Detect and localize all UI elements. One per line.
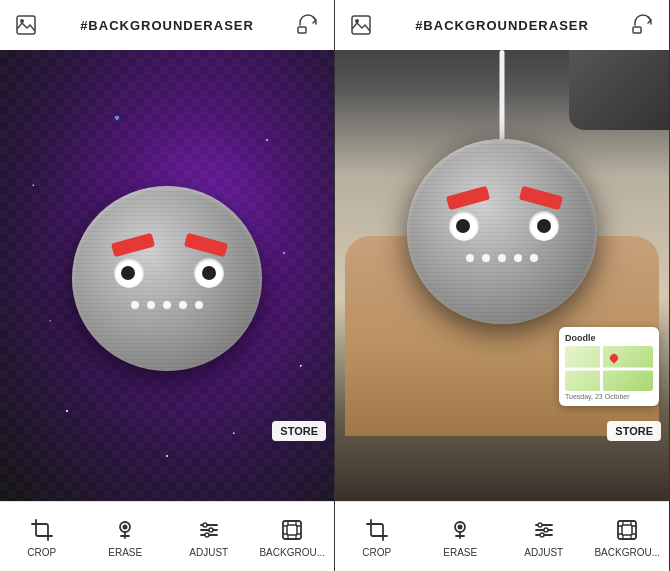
- svg-rect-2: [298, 27, 306, 33]
- right-speaker-dots: [466, 254, 538, 262]
- svg-point-4: [123, 524, 128, 529]
- right-dot-1: [466, 254, 474, 262]
- right-dot-5: [530, 254, 538, 262]
- erase-icon: [111, 516, 139, 544]
- left-adjust-label: ADJUST: [189, 547, 228, 558]
- right-toolbar: CROP ERASE: [335, 501, 669, 571]
- right-image-area: Doodle Tuesday, 23 October STORE: [335, 50, 669, 501]
- right-image-icon[interactable]: [347, 11, 375, 39]
- dot-1: [131, 301, 139, 309]
- crop-icon: [28, 516, 56, 544]
- left-tool-crop[interactable]: CROP: [0, 516, 84, 558]
- right-speaker-body: [407, 139, 597, 324]
- right-background-label: BACKGROU...: [594, 547, 660, 558]
- right-speaker: [402, 139, 602, 339]
- left-crop-label: CROP: [27, 547, 56, 558]
- map-image: [565, 346, 653, 391]
- map-tooltip: Doodle Tuesday, 23 October: [559, 327, 659, 406]
- svg-rect-15: [633, 27, 641, 33]
- right-app-title: #BACKGROUNDERASER: [415, 18, 589, 33]
- right-tool-erase[interactable]: ERASE: [419, 516, 503, 558]
- svg-rect-25: [622, 525, 632, 535]
- dot-5: [195, 301, 203, 309]
- svg-rect-11: [283, 521, 301, 539]
- right-panel: #BACKGROUNDERASER: [335, 0, 670, 571]
- svg-rect-24: [618, 521, 636, 539]
- right-eye-left: [449, 211, 479, 241]
- svg-point-8: [203, 523, 207, 527]
- right-pupil-right: [537, 219, 551, 233]
- right-share-icon[interactable]: [629, 11, 657, 39]
- eye-right: [194, 258, 224, 288]
- svg-point-10: [205, 533, 209, 537]
- cable: [500, 50, 505, 140]
- left-panel: #BACKGROUNDERASER: [0, 0, 335, 571]
- svg-rect-12: [287, 525, 297, 535]
- dot-3: [163, 301, 171, 309]
- left-tool-erase[interactable]: ERASE: [84, 516, 168, 558]
- left-store-badge[interactable]: STORE: [272, 421, 326, 441]
- map-road-v: [600, 346, 603, 391]
- left-speaker: [67, 186, 267, 386]
- speaker-fabric: [72, 186, 262, 371]
- map-tooltip-date: Tuesday, 23 October: [565, 393, 653, 400]
- dot-4: [179, 301, 187, 309]
- svg-point-22: [544, 528, 548, 532]
- left-background-label: BACKGROU...: [259, 547, 325, 558]
- right-erase-label: ERASE: [443, 547, 477, 558]
- right-speaker-fabric: [407, 139, 597, 324]
- speaker-dots: [131, 301, 203, 309]
- right-dot-3: [498, 254, 506, 262]
- dot-2: [147, 301, 155, 309]
- left-erase-label: ERASE: [108, 547, 142, 558]
- right-tool-adjust[interactable]: ADJUST: [502, 516, 586, 558]
- right-background-icon: [613, 516, 641, 544]
- right-top-bar: #BACKGROUNDERASER: [335, 0, 669, 50]
- chair: [569, 50, 669, 130]
- right-tool-crop[interactable]: CROP: [335, 516, 419, 558]
- left-image-icon[interactable]: [12, 11, 40, 39]
- left-tool-background[interactable]: BACKGROU...: [251, 516, 335, 558]
- eye-left: [114, 258, 144, 288]
- left-share-icon[interactable]: [294, 11, 322, 39]
- map-pin: [608, 352, 619, 363]
- right-adjust-label: ADJUST: [524, 547, 563, 558]
- svg-point-17: [458, 524, 463, 529]
- right-eye-right: [529, 211, 559, 241]
- right-crop-icon: [363, 516, 391, 544]
- pupil-right: [202, 266, 216, 280]
- right-pupil-left: [456, 219, 470, 233]
- adjust-icon: [195, 516, 223, 544]
- background-icon: [278, 516, 306, 544]
- right-erase-icon: [446, 516, 474, 544]
- map-road-h: [565, 367, 653, 370]
- svg-point-21: [538, 523, 542, 527]
- left-top-bar: #BACKGROUNDERASER: [0, 0, 334, 50]
- svg-point-23: [540, 533, 544, 537]
- left-toolbar: CROP ERASE: [0, 501, 334, 571]
- speaker-body: [72, 186, 262, 371]
- pupil-left: [121, 266, 135, 280]
- right-dot-4: [514, 254, 522, 262]
- right-crop-label: CROP: [362, 547, 391, 558]
- right-store-badge[interactable]: STORE: [607, 421, 661, 441]
- left-image-area: STORE: [0, 50, 334, 501]
- left-app-title: #BACKGROUNDERASER: [80, 18, 254, 33]
- map-tooltip-title: Doodle: [565, 333, 653, 343]
- left-tool-adjust[interactable]: ADJUST: [167, 516, 251, 558]
- right-dot-2: [482, 254, 490, 262]
- svg-point-9: [209, 528, 213, 532]
- right-adjust-icon: [530, 516, 558, 544]
- right-tool-background[interactable]: BACKGROU...: [586, 516, 670, 558]
